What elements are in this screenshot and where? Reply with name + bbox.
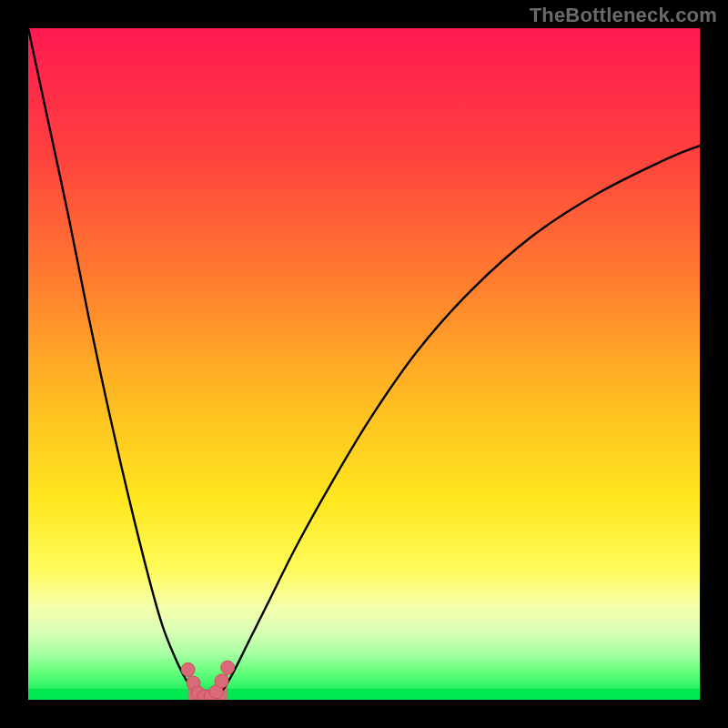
plot-svg xyxy=(28,28,700,700)
gradient-background xyxy=(28,28,700,700)
watermark-text: TheBottleneck.com xyxy=(530,4,717,27)
green-band xyxy=(28,689,700,700)
plot-area xyxy=(28,28,700,700)
valley-marker xyxy=(181,662,195,676)
valley-marker xyxy=(221,661,235,674)
chart-frame: TheBottleneck.com xyxy=(0,0,728,728)
valley-marker xyxy=(215,674,228,688)
